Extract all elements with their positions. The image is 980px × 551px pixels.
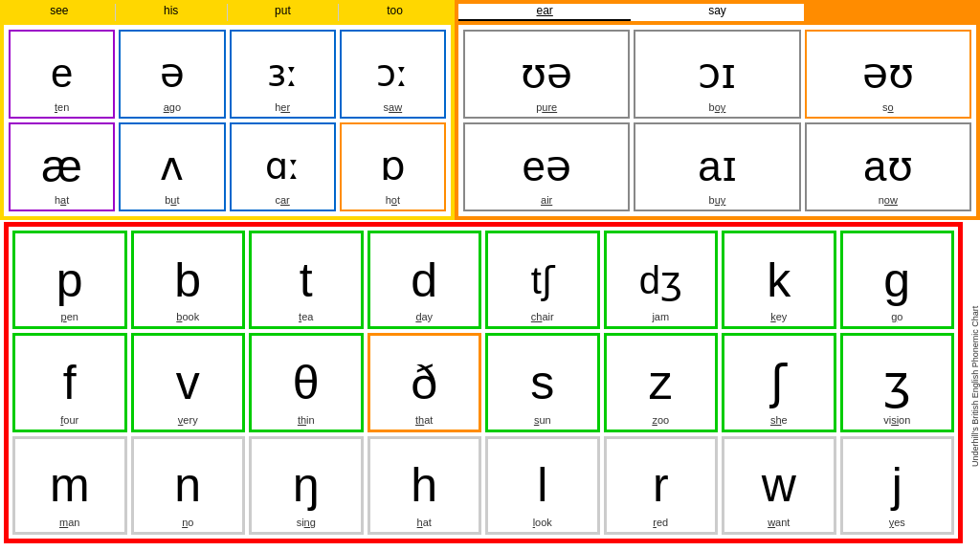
- phoneme-au: aʊ now: [805, 122, 971, 211]
- ex-zh: vision: [883, 414, 910, 426]
- sym-m: m: [50, 461, 90, 509]
- example-ea: air: [541, 194, 552, 206]
- sym-tsh: tʃ: [531, 261, 554, 299]
- cons-w: w want: [722, 436, 836, 535]
- cons-h: h hat: [368, 436, 482, 535]
- symbol-3r: ɜː: [267, 55, 299, 92]
- ex-tsh: chair: [531, 311, 554, 322]
- cons-m: m man: [12, 436, 127, 535]
- phoneme-ae: æ hat: [9, 122, 115, 211]
- cons-sh: ʃ she: [722, 333, 836, 431]
- consonant-section: p pen b book t tea d day tʃ chair dʒ jam: [4, 222, 963, 543]
- sym-p: p: [56, 256, 83, 304]
- cons-s: s sun: [485, 333, 600, 431]
- phoneme-3r: ɜː her: [230, 30, 336, 119]
- sym-g: g: [883, 256, 910, 304]
- symbol-oi: ɔɪ: [698, 53, 736, 95]
- cons-theta: θ thin: [249, 333, 364, 431]
- sym-v: v: [176, 359, 200, 407]
- attribution-label: Underhill's British English Phonemic Cha…: [969, 225, 980, 548]
- ex-h: hat: [417, 517, 432, 528]
- cons-b: b book: [131, 231, 246, 329]
- ex-eng: sing: [297, 517, 316, 528]
- phoneme-or: ɔː saw: [340, 30, 446, 119]
- diphthong-grid: ʊə pure ɔɪ boy əʊ so eə air aɪ buy: [455, 21, 980, 220]
- ex-r: red: [653, 517, 668, 528]
- ex-d: day: [415, 311, 433, 322]
- symbol-or: ɔː: [376, 55, 409, 92]
- ex-n: no: [182, 517, 193, 528]
- ex-j: yes: [889, 517, 905, 528]
- example-ou: so: [882, 101, 894, 113]
- cons-tsh: tʃ chair: [485, 231, 600, 329]
- symbol-wedge: ʌ: [160, 146, 184, 187]
- ex-w: want: [768, 517, 790, 528]
- sym-eth: ð: [411, 359, 437, 407]
- sym-h: h: [411, 461, 437, 509]
- header-empty: [804, 4, 976, 21]
- ex-eth: that: [415, 414, 433, 426]
- example-d: hot: [386, 194, 400, 206]
- sym-z: z: [649, 359, 673, 407]
- cons-t: t tea: [249, 231, 364, 329]
- sym-eng: ŋ: [293, 461, 320, 509]
- header-ear: ear: [458, 4, 631, 21]
- cons-r: r red: [604, 436, 719, 535]
- cons-d: d day: [368, 231, 482, 329]
- ex-v: very: [178, 414, 198, 426]
- sym-f: f: [63, 359, 77, 407]
- consonant-row-2: f four v very θ thin ð that s sun z zoo: [11, 331, 956, 433]
- ex-k: key: [770, 311, 787, 322]
- example-schwa: ago: [164, 101, 181, 113]
- phoneme-oi: ɔɪ boy: [634, 30, 800, 119]
- header-say: say: [631, 4, 803, 21]
- sym-sh: ʃ: [770, 359, 787, 407]
- header-too: too: [339, 4, 451, 21]
- symbol-ar: ɑː: [265, 148, 301, 185]
- sym-r: r: [653, 461, 669, 509]
- cons-n: n no: [131, 436, 246, 535]
- phoneme-ea: eə air: [463, 122, 630, 211]
- cons-zh: ʒ vision: [840, 333, 955, 431]
- ex-s: sun: [534, 414, 551, 426]
- symbol-ea: eə: [522, 145, 570, 187]
- consonant-row-3: m man n no ŋ sing h hat l look r red: [11, 434, 956, 537]
- sym-t: t: [300, 256, 313, 304]
- symbol-schwa: ə: [160, 54, 185, 94]
- example-au: now: [879, 194, 898, 206]
- symbol-d: ɒ: [380, 146, 406, 187]
- phoneme-e: e ten: [9, 30, 115, 119]
- sym-d: d: [411, 256, 437, 304]
- symbol-ae: æ: [41, 143, 82, 189]
- cons-k: k key: [722, 231, 836, 329]
- sym-zh: ʒ: [883, 359, 911, 407]
- example-wedge: but: [165, 194, 179, 206]
- example-ai: buy: [709, 194, 726, 206]
- phoneme-d: ɒ hot: [340, 122, 446, 211]
- cons-l: l look: [485, 436, 600, 535]
- header-put: put: [228, 4, 340, 21]
- cons-eth: ð that: [368, 333, 482, 431]
- cons-f: f four: [12, 333, 127, 431]
- cons-g: g go: [840, 231, 955, 329]
- ex-theta: thin: [298, 414, 315, 426]
- phoneme-ou: əʊ so: [805, 30, 971, 119]
- symbol-au: aʊ: [863, 145, 912, 187]
- cons-eng: ŋ sing: [249, 436, 364, 535]
- phoneme-ue: ʊə pure: [463, 30, 630, 119]
- top-section: see his put too e ten ə ago ɜː her: [0, 0, 980, 220]
- sym-n: n: [174, 461, 201, 509]
- example-oi: boy: [709, 101, 726, 113]
- ex-p: pen: [61, 311, 78, 322]
- header-see: see: [4, 4, 116, 21]
- diphthong-header: ear say: [455, 0, 980, 21]
- ex-t: tea: [299, 311, 313, 322]
- example-3r: her: [275, 101, 290, 113]
- ex-z: zoo: [652, 414, 669, 426]
- sym-b: b: [174, 256, 201, 304]
- ex-m: man: [59, 517, 79, 528]
- ex-g: go: [891, 311, 902, 322]
- cons-v: v very: [131, 333, 246, 431]
- symbol-ou: əʊ: [862, 53, 914, 95]
- phoneme-schwa: ə ago: [119, 30, 225, 119]
